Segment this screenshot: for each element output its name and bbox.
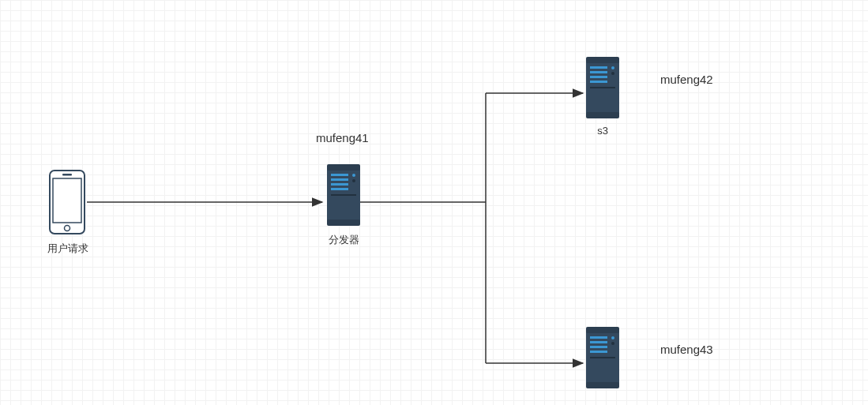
server-icon: [586, 57, 619, 118]
server-b-title: mufeng43: [660, 343, 731, 356]
server-icon: [327, 164, 360, 226]
node-client: [49, 170, 85, 238]
svg-rect-20: [590, 76, 607, 78]
svg-rect-29: [590, 341, 607, 343]
server-icon: [586, 327, 619, 388]
svg-rect-8: [331, 174, 348, 176]
svg-rect-19: [590, 71, 607, 73]
svg-rect-28: [590, 336, 607, 339]
svg-point-33: [611, 336, 614, 339]
svg-rect-11: [331, 188, 348, 190]
svg-rect-21: [590, 81, 607, 83]
svg-point-34: [611, 342, 614, 345]
smartphone-icon: [49, 170, 85, 234]
node-server-b: [586, 327, 619, 392]
svg-rect-9: [331, 178, 348, 181]
svg-rect-10: [331, 183, 348, 186]
svg-rect-22: [590, 87, 615, 88]
svg-rect-26: [586, 327, 619, 333]
svg-rect-27: [586, 382, 619, 388]
diagram-canvas: 用户请求 mufeng41 分发器 mufeng42: [0, 0, 868, 405]
svg-point-13: [352, 174, 355, 177]
client-caption: 用户请求: [44, 242, 92, 256]
svg-point-23: [611, 66, 614, 69]
svg-rect-4: [62, 174, 72, 176]
connections-layer: [0, 0, 868, 405]
svg-point-24: [611, 72, 614, 75]
svg-rect-32: [590, 357, 615, 358]
node-dispatcher: [327, 164, 360, 229]
svg-rect-30: [590, 346, 607, 348]
svg-rect-2: [53, 178, 81, 223]
svg-point-14: [352, 179, 355, 182]
svg-rect-31: [590, 351, 607, 353]
dispatcher-title: mufeng41: [316, 131, 379, 144]
svg-rect-12: [331, 194, 356, 196]
server-a-title: mufeng42: [660, 73, 731, 86]
svg-rect-6: [327, 164, 360, 171]
svg-rect-16: [586, 57, 619, 63]
dispatcher-caption: 分发器: [327, 233, 360, 247]
node-server-a: [586, 57, 619, 122]
svg-rect-18: [590, 66, 607, 69]
svg-rect-17: [586, 112, 619, 118]
server-a-caption: s3: [586, 125, 619, 137]
svg-rect-7: [327, 219, 360, 226]
